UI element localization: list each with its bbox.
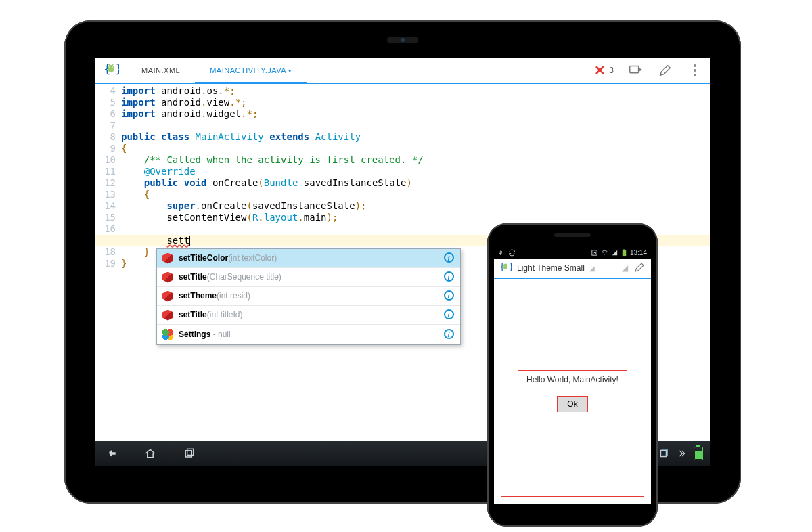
completion-label: setTitle(CharSequence title)	[179, 271, 437, 283]
completion-label: setTitle(int titleId)	[179, 309, 437, 321]
code-line[interactable]: public void onCreate(Bundle savedInstanc…	[121, 177, 710, 189]
completion-popup[interactable]: setTitleColor(int textColor)isetTitle(Ch…	[156, 248, 461, 345]
phone-screen: ψ 13:14 { } Light Theme Sm	[494, 246, 651, 504]
editor-tab-0[interactable]: MAIN.XML	[127, 58, 195, 83]
completion-item-2[interactable]: setTheme(int resid)i	[157, 287, 460, 306]
method-icon	[162, 310, 173, 321]
code-line[interactable]: {	[121, 143, 710, 154]
nav-back-button[interactable]	[102, 445, 120, 462]
hello-textview[interactable]: Hello World, MainActivity!	[518, 370, 627, 389]
code-line[interactable]: super.onCreate(savedInstanceState);	[121, 200, 710, 212]
overflow-menu[interactable]	[680, 58, 710, 83]
code-line[interactable]: {	[121, 189, 710, 200]
screenshot-icon	[658, 448, 669, 459]
svg-rect-8	[630, 66, 639, 73]
completion-item-0[interactable]: setTitleColor(int textColor)i	[157, 249, 460, 268]
phone-preview-body: Hello World, MainActivity! Ok	[494, 279, 651, 504]
code-line[interactable]: import android.os.*;	[121, 85, 710, 97]
completion-item-4[interactable]: Settings - nulli	[157, 325, 460, 344]
svg-point-3	[109, 66, 110, 68]
svg-text:}: }	[115, 62, 119, 76]
text-caret	[189, 236, 190, 246]
run-button[interactable]	[621, 58, 650, 83]
error-x-icon: ✕	[594, 62, 606, 79]
svg-line-6	[112, 64, 113, 66]
info-icon[interactable]: i	[443, 252, 455, 264]
svg-line-5	[109, 64, 110, 66]
nav-home-button[interactable]	[141, 445, 159, 462]
layout-root-outline[interactable]: Hello World, MainActivity! Ok	[501, 286, 644, 497]
ok-button[interactable]: Ok	[557, 396, 587, 412]
line-gutter: 45678910111213141516171819	[95, 84, 121, 441]
completion-label: Settings - null	[179, 329, 437, 340]
code-line[interactable]: import android.view.*;	[121, 97, 710, 108]
code-line[interactable]: public class MainActivity extends Activi…	[121, 131, 710, 143]
info-icon[interactable]: i	[443, 271, 455, 283]
info-icon[interactable]: i	[443, 329, 455, 340]
error-count: 3	[609, 66, 621, 75]
editor-appbar: { } MAIN.XMLMAINACTIVITY.JAVA • ✕ 3	[95, 58, 710, 84]
method-icon	[162, 272, 173, 283]
svg-marker-9	[639, 68, 643, 72]
completion-item-1[interactable]: setTitle(CharSequence title)i	[157, 268, 460, 287]
completion-label: setTitleColor(int textColor)	[179, 252, 437, 264]
overflow-icon	[694, 64, 696, 76]
nav-recents-button[interactable]	[181, 445, 198, 462]
code-line[interactable]	[121, 223, 710, 235]
svg-point-4	[112, 66, 113, 68]
completion-label: setTheme(int resid)	[179, 290, 437, 302]
info-icon[interactable]: i	[443, 290, 455, 302]
svg-rect-2	[108, 68, 114, 72]
battery-icon	[694, 447, 703, 460]
svg-rect-10	[185, 451, 191, 457]
code-line[interactable]: /** Called when the activity is first cr…	[121, 154, 710, 166]
method-icon	[162, 291, 173, 302]
edit-button[interactable]	[650, 58, 680, 83]
code-line[interactable]	[121, 120, 710, 131]
aide-logo: { }	[95, 58, 127, 83]
code-line[interactable]: sett	[121, 235, 710, 246]
completion-item-3[interactable]: setTitle(int titleId)i	[157, 306, 460, 325]
info-icon[interactable]: i	[443, 309, 455, 321]
code-line[interactable]: import android.widget.*;	[121, 108, 710, 120]
chevron-right-icon	[676, 448, 687, 459]
editor-tab-1[interactable]: MAINACTIVITY.JAVA •	[195, 58, 306, 83]
class-icon	[162, 329, 173, 340]
code-line[interactable]: setContentView(R.layout.main);	[121, 212, 710, 223]
code-line[interactable]: @Override	[121, 166, 710, 177]
svg-rect-11	[187, 449, 194, 455]
method-icon	[162, 253, 173, 264]
tablet-camera	[387, 37, 418, 43]
